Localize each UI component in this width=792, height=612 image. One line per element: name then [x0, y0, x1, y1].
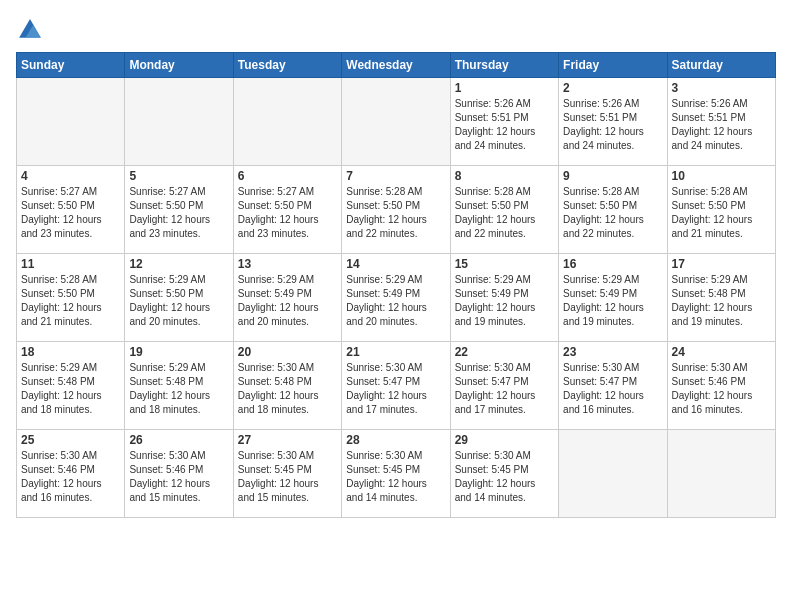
- calendar-day-cell: 7Sunrise: 5:28 AM Sunset: 5:50 PM Daylig…: [342, 166, 450, 254]
- day-number: 21: [346, 345, 445, 359]
- day-info: Sunrise: 5:26 AM Sunset: 5:51 PM Dayligh…: [563, 97, 662, 153]
- day-info: Sunrise: 5:28 AM Sunset: 5:50 PM Dayligh…: [672, 185, 771, 241]
- logo: [16, 16, 48, 44]
- calendar-day-cell: 6Sunrise: 5:27 AM Sunset: 5:50 PM Daylig…: [233, 166, 341, 254]
- day-number: 19: [129, 345, 228, 359]
- calendar-day-cell: [17, 78, 125, 166]
- calendar-day-cell: 22Sunrise: 5:30 AM Sunset: 5:47 PM Dayli…: [450, 342, 558, 430]
- weekday-header-cell: Sunday: [17, 53, 125, 78]
- calendar-week-row: 18Sunrise: 5:29 AM Sunset: 5:48 PM Dayli…: [17, 342, 776, 430]
- calendar-day-cell: [667, 430, 775, 518]
- day-number: 25: [21, 433, 120, 447]
- day-number: 13: [238, 257, 337, 271]
- calendar-day-cell: 24Sunrise: 5:30 AM Sunset: 5:46 PM Dayli…: [667, 342, 775, 430]
- calendar-day-cell: 13Sunrise: 5:29 AM Sunset: 5:49 PM Dayli…: [233, 254, 341, 342]
- day-info: Sunrise: 5:30 AM Sunset: 5:46 PM Dayligh…: [672, 361, 771, 417]
- day-number: 3: [672, 81, 771, 95]
- calendar-day-cell: 1Sunrise: 5:26 AM Sunset: 5:51 PM Daylig…: [450, 78, 558, 166]
- calendar-day-cell: 16Sunrise: 5:29 AM Sunset: 5:49 PM Dayli…: [559, 254, 667, 342]
- weekday-header-cell: Wednesday: [342, 53, 450, 78]
- calendar-day-cell: 29Sunrise: 5:30 AM Sunset: 5:45 PM Dayli…: [450, 430, 558, 518]
- day-number: 8: [455, 169, 554, 183]
- calendar-day-cell: 10Sunrise: 5:28 AM Sunset: 5:50 PM Dayli…: [667, 166, 775, 254]
- calendar-day-cell: 5Sunrise: 5:27 AM Sunset: 5:50 PM Daylig…: [125, 166, 233, 254]
- day-number: 16: [563, 257, 662, 271]
- day-info: Sunrise: 5:30 AM Sunset: 5:45 PM Dayligh…: [238, 449, 337, 505]
- calendar-day-cell: 21Sunrise: 5:30 AM Sunset: 5:47 PM Dayli…: [342, 342, 450, 430]
- day-info: Sunrise: 5:26 AM Sunset: 5:51 PM Dayligh…: [672, 97, 771, 153]
- calendar-day-cell: 4Sunrise: 5:27 AM Sunset: 5:50 PM Daylig…: [17, 166, 125, 254]
- day-number: 17: [672, 257, 771, 271]
- day-number: 14: [346, 257, 445, 271]
- day-number: 28: [346, 433, 445, 447]
- calendar-day-cell: 25Sunrise: 5:30 AM Sunset: 5:46 PM Dayli…: [17, 430, 125, 518]
- calendar-day-cell: [559, 430, 667, 518]
- day-number: 23: [563, 345, 662, 359]
- day-info: Sunrise: 5:29 AM Sunset: 5:48 PM Dayligh…: [21, 361, 120, 417]
- day-info: Sunrise: 5:27 AM Sunset: 5:50 PM Dayligh…: [238, 185, 337, 241]
- calendar-day-cell: 3Sunrise: 5:26 AM Sunset: 5:51 PM Daylig…: [667, 78, 775, 166]
- day-number: 5: [129, 169, 228, 183]
- day-number: 24: [672, 345, 771, 359]
- calendar-body: 1Sunrise: 5:26 AM Sunset: 5:51 PM Daylig…: [17, 78, 776, 518]
- day-number: 29: [455, 433, 554, 447]
- calendar-week-row: 4Sunrise: 5:27 AM Sunset: 5:50 PM Daylig…: [17, 166, 776, 254]
- calendar-day-cell: 12Sunrise: 5:29 AM Sunset: 5:50 PM Dayli…: [125, 254, 233, 342]
- day-info: Sunrise: 5:29 AM Sunset: 5:48 PM Dayligh…: [672, 273, 771, 329]
- day-number: 26: [129, 433, 228, 447]
- day-info: Sunrise: 5:28 AM Sunset: 5:50 PM Dayligh…: [455, 185, 554, 241]
- day-number: 6: [238, 169, 337, 183]
- weekday-header-cell: Monday: [125, 53, 233, 78]
- calendar-day-cell: 28Sunrise: 5:30 AM Sunset: 5:45 PM Dayli…: [342, 430, 450, 518]
- calendar-day-cell: 19Sunrise: 5:29 AM Sunset: 5:48 PM Dayli…: [125, 342, 233, 430]
- day-info: Sunrise: 5:29 AM Sunset: 5:49 PM Dayligh…: [346, 273, 445, 329]
- day-number: 7: [346, 169, 445, 183]
- day-number: 11: [21, 257, 120, 271]
- day-info: Sunrise: 5:30 AM Sunset: 5:46 PM Dayligh…: [21, 449, 120, 505]
- calendar-week-row: 25Sunrise: 5:30 AM Sunset: 5:46 PM Dayli…: [17, 430, 776, 518]
- calendar-day-cell: 8Sunrise: 5:28 AM Sunset: 5:50 PM Daylig…: [450, 166, 558, 254]
- day-info: Sunrise: 5:30 AM Sunset: 5:46 PM Dayligh…: [129, 449, 228, 505]
- day-info: Sunrise: 5:29 AM Sunset: 5:49 PM Dayligh…: [563, 273, 662, 329]
- day-number: 1: [455, 81, 554, 95]
- calendar-day-cell: 11Sunrise: 5:28 AM Sunset: 5:50 PM Dayli…: [17, 254, 125, 342]
- day-info: Sunrise: 5:30 AM Sunset: 5:47 PM Dayligh…: [563, 361, 662, 417]
- day-info: Sunrise: 5:28 AM Sunset: 5:50 PM Dayligh…: [21, 273, 120, 329]
- day-number: 18: [21, 345, 120, 359]
- day-info: Sunrise: 5:27 AM Sunset: 5:50 PM Dayligh…: [21, 185, 120, 241]
- calendar-day-cell: 2Sunrise: 5:26 AM Sunset: 5:51 PM Daylig…: [559, 78, 667, 166]
- day-info: Sunrise: 5:30 AM Sunset: 5:47 PM Dayligh…: [346, 361, 445, 417]
- calendar-day-cell: 9Sunrise: 5:28 AM Sunset: 5:50 PM Daylig…: [559, 166, 667, 254]
- calendar-day-cell: [233, 78, 341, 166]
- day-number: 10: [672, 169, 771, 183]
- weekday-header-cell: Thursday: [450, 53, 558, 78]
- day-number: 20: [238, 345, 337, 359]
- day-info: Sunrise: 5:28 AM Sunset: 5:50 PM Dayligh…: [346, 185, 445, 241]
- weekday-header: SundayMondayTuesdayWednesdayThursdayFrid…: [17, 53, 776, 78]
- day-number: 15: [455, 257, 554, 271]
- day-info: Sunrise: 5:29 AM Sunset: 5:49 PM Dayligh…: [238, 273, 337, 329]
- calendar-day-cell: 27Sunrise: 5:30 AM Sunset: 5:45 PM Dayli…: [233, 430, 341, 518]
- day-info: Sunrise: 5:26 AM Sunset: 5:51 PM Dayligh…: [455, 97, 554, 153]
- weekday-header-cell: Tuesday: [233, 53, 341, 78]
- day-info: Sunrise: 5:30 AM Sunset: 5:45 PM Dayligh…: [346, 449, 445, 505]
- calendar-day-cell: 14Sunrise: 5:29 AM Sunset: 5:49 PM Dayli…: [342, 254, 450, 342]
- calendar-day-cell: 17Sunrise: 5:29 AM Sunset: 5:48 PM Dayli…: [667, 254, 775, 342]
- weekday-header-cell: Friday: [559, 53, 667, 78]
- calendar-day-cell: 18Sunrise: 5:29 AM Sunset: 5:48 PM Dayli…: [17, 342, 125, 430]
- day-info: Sunrise: 5:29 AM Sunset: 5:49 PM Dayligh…: [455, 273, 554, 329]
- day-number: 9: [563, 169, 662, 183]
- calendar-day-cell: [342, 78, 450, 166]
- day-info: Sunrise: 5:30 AM Sunset: 5:47 PM Dayligh…: [455, 361, 554, 417]
- day-number: 22: [455, 345, 554, 359]
- day-number: 4: [21, 169, 120, 183]
- calendar-day-cell: 20Sunrise: 5:30 AM Sunset: 5:48 PM Dayli…: [233, 342, 341, 430]
- weekday-header-cell: Saturday: [667, 53, 775, 78]
- day-number: 12: [129, 257, 228, 271]
- day-number: 27: [238, 433, 337, 447]
- calendar-day-cell: [125, 78, 233, 166]
- calendar-day-cell: 15Sunrise: 5:29 AM Sunset: 5:49 PM Dayli…: [450, 254, 558, 342]
- calendar-day-cell: 23Sunrise: 5:30 AM Sunset: 5:47 PM Dayli…: [559, 342, 667, 430]
- day-info: Sunrise: 5:29 AM Sunset: 5:48 PM Dayligh…: [129, 361, 228, 417]
- calendar-week-row: 11Sunrise: 5:28 AM Sunset: 5:50 PM Dayli…: [17, 254, 776, 342]
